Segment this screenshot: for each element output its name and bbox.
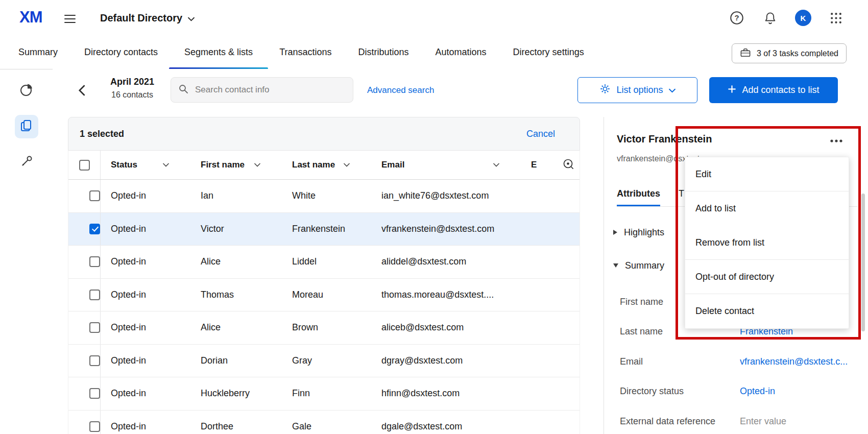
search-input[interactable]	[194, 84, 346, 95]
status-cell: Opted-in	[101, 377, 190, 410]
attribute-field: Email vfrankenstein@dsxtest.c...	[620, 347, 863, 377]
caret-down-icon	[613, 263, 618, 268]
sidebar-item-segments[interactable]	[15, 79, 38, 103]
first-name-cell: Huckleberry	[190, 377, 282, 410]
row-checkbox-cell	[68, 377, 101, 410]
row-checkbox[interactable]	[89, 224, 100, 234]
email-cell: dgale@dsxtest.com	[371, 411, 521, 434]
last-name-cell: Liddel	[282, 246, 371, 278]
menu-item[interactable]: Opt-out of directory	[685, 260, 849, 294]
nav-tab[interactable]: Segments & lists	[171, 36, 266, 69]
chevron-down-icon[interactable]	[254, 163, 260, 167]
advanced-search-link[interactable]: Advanced search	[367, 85, 434, 95]
first-name-cell: Thomas	[190, 279, 282, 311]
list-name: April 2021	[101, 77, 163, 87]
nav-tab[interactable]: Directory settings	[500, 36, 597, 69]
table-row[interactable]: Opted-in Huckleberry Finn hfinn@dsxtest.…	[68, 377, 580, 411]
chevron-down-icon[interactable]	[344, 163, 350, 167]
table-row[interactable]: Opted-in Thomas Moreau thomas.moreau@dsx…	[68, 279, 580, 312]
last-name-cell: Brown	[282, 311, 371, 344]
xm-logo: XM	[19, 8, 42, 27]
help-icon[interactable]: ?	[729, 10, 745, 26]
first-name-cell: Victor	[190, 213, 282, 246]
attribute-value[interactable]: Enter value	[740, 416, 786, 427]
menu-item[interactable]: Delete contact	[685, 294, 849, 328]
table-row[interactable]: Opted-in Alice Liddel aliddel@dsxtest.co…	[68, 246, 580, 279]
table-row[interactable]: Opted-in Dorian Gray dgray@dsxtest.com	[68, 345, 580, 378]
select-all-checkbox[interactable]	[79, 160, 90, 171]
nav-tab[interactable]: Automations	[422, 36, 500, 69]
panel-tab[interactable]: Attributes	[617, 177, 660, 206]
row-checkbox[interactable]	[89, 256, 100, 267]
row-checkbox-cell	[68, 180, 101, 212]
first-name-cell: Alice	[190, 311, 282, 344]
notifications-bell-icon[interactable]	[763, 11, 777, 25]
contact-count: 16 contacts	[101, 90, 163, 100]
tools-icon	[19, 154, 34, 171]
panel-tab[interactable]: T	[679, 177, 684, 206]
table-row[interactable]: Opted-in Dorthee Gale dgale@dsxtest.com	[68, 411, 580, 434]
menu-item[interactable]: Remove from list	[685, 226, 849, 260]
email-cell: vfrankenstein@dsxtest.com	[371, 213, 521, 246]
panel-scrollbar[interactable]	[861, 194, 865, 331]
pie-chart-icon	[19, 82, 34, 100]
section-summary[interactable]: Summary	[613, 255, 664, 276]
selected-count: 1 selected	[80, 129, 124, 139]
nav-tab[interactable]: Directory contacts	[71, 36, 171, 69]
add-contacts-button[interactable]: Add contacts to list	[709, 77, 838, 103]
apps-grid-icon[interactable]	[829, 11, 843, 25]
first-name-cell: Dorian	[190, 345, 282, 377]
column-header-last-name[interactable]: Last name	[282, 151, 371, 179]
cancel-selection-link[interactable]: Cancel	[526, 129, 555, 139]
selection-bar: 1 selected Cancel	[68, 117, 580, 151]
row-checkbox[interactable]	[89, 388, 100, 399]
status-cell: Opted-in	[101, 246, 190, 278]
chevron-down-icon[interactable]	[163, 163, 169, 167]
tasks-completed-button[interactable]: 3 of 3 tasks completed	[732, 43, 847, 63]
sidebar-item-lists[interactable]	[15, 115, 38, 138]
attribute-value[interactable]: Opted-in	[740, 386, 775, 397]
status-cell: Opted-in	[101, 345, 190, 377]
nav-tab[interactable]: Summary	[18, 36, 71, 69]
attribute-field: External data reference Enter value	[620, 406, 863, 434]
row-checkbox-cell	[68, 279, 101, 311]
menu-item[interactable]: Add to list	[685, 191, 849, 226]
back-button[interactable]	[71, 80, 92, 101]
section-highlights[interactable]: Highlights	[613, 222, 664, 243]
view-columns-icon[interactable]	[562, 158, 574, 173]
column-header-email[interactable]: Email	[371, 151, 521, 179]
caret-right-icon	[613, 230, 617, 235]
nav-tab[interactable]: Transactions	[266, 36, 345, 69]
list-toolbar: April 2021 16 contacts Advanced search L…	[53, 69, 868, 117]
row-checkbox[interactable]	[89, 421, 100, 432]
directory-name: Default Directory	[100, 12, 182, 24]
row-checkbox[interactable]	[89, 355, 100, 366]
column-header-status[interactable]: Status	[101, 151, 190, 179]
table-row[interactable]: Opted-in Ian White ian_white76@dsxtest.c…	[68, 180, 580, 213]
row-checkbox[interactable]	[89, 322, 100, 333]
menu-item[interactable]: Edit	[685, 157, 849, 191]
chevron-down-icon[interactable]	[493, 163, 499, 167]
contact-search[interactable]	[171, 77, 353, 103]
attribute-label: Directory status	[620, 386, 740, 397]
first-name-cell: Ian	[190, 180, 282, 212]
nav-tab[interactable]: Distributions	[345, 36, 422, 69]
hamburger-menu-icon[interactable]	[64, 12, 77, 26]
attribute-value[interactable]: vfrankenstein@dsxtest.c...	[740, 356, 848, 367]
sidebar-item-tools[interactable]	[15, 151, 38, 174]
table-header-row: Status First name Last name Email E	[68, 151, 580, 180]
column-header-first-name[interactable]: First name	[190, 151, 282, 179]
row-checkbox[interactable]	[89, 190, 100, 201]
email-cell: ian_white76@dsxtest.com	[371, 180, 521, 212]
search-icon	[178, 84, 188, 96]
table-row[interactable]: Opted-in Victor Frankenstein vfrankenste…	[68, 213, 580, 246]
column-header-extra[interactable]: E	[521, 151, 580, 179]
row-checkbox[interactable]	[89, 290, 100, 300]
contact-actions-menu-button[interactable]	[828, 135, 845, 147]
tasks-completed-label: 3 of 3 tasks completed	[757, 49, 838, 58]
user-avatar[interactable]: K	[795, 10, 811, 26]
list-options-label: List options	[616, 85, 663, 95]
table-row[interactable]: Opted-in Alice Brown aliceb@dsxtest.com	[68, 311, 580, 345]
list-options-button[interactable]: List options	[577, 77, 697, 103]
directory-switcher[interactable]: Default Directory	[100, 0, 195, 36]
